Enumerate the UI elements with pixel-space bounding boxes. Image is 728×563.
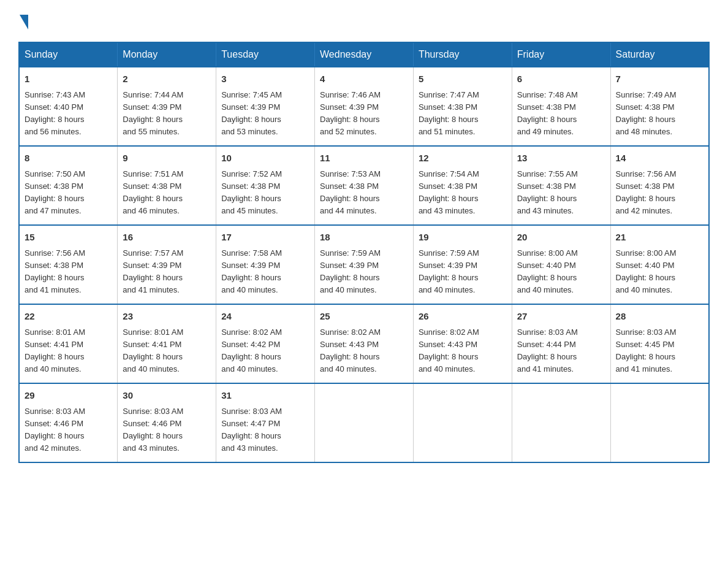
day-number: 31 xyxy=(221,389,309,403)
calendar-cell xyxy=(315,383,414,462)
calendar-cell: 20 Sunrise: 8:00 AMSunset: 4:40 PMDaylig… xyxy=(512,225,610,304)
day-info: Sunrise: 8:02 AMSunset: 4:43 PMDaylight:… xyxy=(320,327,381,373)
day-number: 14 xyxy=(616,151,703,166)
day-info: Sunrise: 7:46 AMSunset: 4:39 PMDaylight:… xyxy=(320,90,381,136)
calendar-cell: 5 Sunrise: 7:47 AMSunset: 4:38 PMDayligh… xyxy=(413,67,512,146)
day-number: 11 xyxy=(320,151,408,166)
calendar-cell: 23 Sunrise: 8:01 AMSunset: 4:41 PMDaylig… xyxy=(118,304,216,383)
day-info: Sunrise: 8:03 AMSunset: 4:44 PMDaylight:… xyxy=(517,327,578,373)
day-number: 19 xyxy=(419,231,507,245)
week-row: 8 Sunrise: 7:50 AMSunset: 4:38 PMDayligh… xyxy=(19,146,709,225)
day-number: 27 xyxy=(517,310,605,324)
day-number: 2 xyxy=(123,72,211,86)
day-info: Sunrise: 7:50 AMSunset: 4:38 PMDaylight:… xyxy=(25,169,85,215)
day-info: Sunrise: 7:43 AMSunset: 4:40 PMDaylight:… xyxy=(25,90,85,136)
day-info: Sunrise: 7:59 AMSunset: 4:39 PMDaylight:… xyxy=(320,248,381,294)
day-of-week-sunday: Sunday xyxy=(19,42,118,67)
day-info: Sunrise: 7:54 AMSunset: 4:38 PMDaylight:… xyxy=(419,169,479,215)
calendar-cell: 1 Sunrise: 7:43 AMSunset: 4:40 PMDayligh… xyxy=(19,67,118,146)
day-info: Sunrise: 7:48 AMSunset: 4:38 PMDaylight:… xyxy=(517,90,578,136)
calendar-table: SundayMondayTuesdayWednesdayThursdayFrid… xyxy=(18,42,710,463)
day-of-week-wednesday: Wednesday xyxy=(315,42,414,67)
day-info: Sunrise: 8:02 AMSunset: 4:43 PMDaylight:… xyxy=(419,327,479,373)
day-info: Sunrise: 8:03 AMSunset: 4:46 PMDaylight:… xyxy=(123,407,183,453)
logo-triangle-icon xyxy=(20,15,28,29)
day-info: Sunrise: 7:49 AMSunset: 4:38 PMDaylight:… xyxy=(616,90,677,136)
calendar-cell: 27 Sunrise: 8:03 AMSunset: 4:44 PMDaylig… xyxy=(512,304,610,383)
calendar-cell: 10 Sunrise: 7:52 AMSunset: 4:38 PMDaylig… xyxy=(216,146,315,225)
week-row: 29 Sunrise: 8:03 AMSunset: 4:46 PMDaylig… xyxy=(19,383,709,462)
day-number: 1 xyxy=(25,72,112,86)
day-info: Sunrise: 7:59 AMSunset: 4:39 PMDaylight:… xyxy=(419,248,479,294)
day-info: Sunrise: 7:56 AMSunset: 4:38 PMDaylight:… xyxy=(616,169,677,215)
calendar-cell: 3 Sunrise: 7:45 AMSunset: 4:39 PMDayligh… xyxy=(216,67,315,146)
day-info: Sunrise: 7:56 AMSunset: 4:38 PMDaylight:… xyxy=(25,248,85,294)
day-number: 29 xyxy=(25,389,112,403)
day-of-week-monday: Monday xyxy=(118,42,216,67)
days-of-week-row: SundayMondayTuesdayWednesdayThursdayFrid… xyxy=(19,42,709,67)
day-number: 24 xyxy=(221,310,309,324)
calendar-cell: 29 Sunrise: 8:03 AMSunset: 4:46 PMDaylig… xyxy=(19,383,118,462)
calendar-cell: 13 Sunrise: 7:55 AMSunset: 4:38 PMDaylig… xyxy=(512,146,610,225)
calendar-cell: 19 Sunrise: 7:59 AMSunset: 4:39 PMDaylig… xyxy=(413,225,512,304)
calendar-cell: 24 Sunrise: 8:02 AMSunset: 4:42 PMDaylig… xyxy=(216,304,315,383)
calendar-cell: 8 Sunrise: 7:50 AMSunset: 4:38 PMDayligh… xyxy=(19,146,118,225)
day-info: Sunrise: 7:57 AMSunset: 4:39 PMDaylight:… xyxy=(123,248,183,294)
day-number: 22 xyxy=(25,310,112,324)
day-number: 4 xyxy=(320,72,408,86)
calendar-cell: 14 Sunrise: 7:56 AMSunset: 4:38 PMDaylig… xyxy=(610,146,709,225)
calendar-cell: 30 Sunrise: 8:03 AMSunset: 4:46 PMDaylig… xyxy=(118,383,216,462)
day-number: 3 xyxy=(221,72,309,86)
day-number: 26 xyxy=(419,310,507,324)
calendar-cell: 26 Sunrise: 8:02 AMSunset: 4:43 PMDaylig… xyxy=(413,304,512,383)
calendar-cell xyxy=(610,383,709,462)
day-of-week-saturday: Saturday xyxy=(610,42,709,67)
week-row: 15 Sunrise: 7:56 AMSunset: 4:38 PMDaylig… xyxy=(19,225,709,304)
day-info: Sunrise: 8:02 AMSunset: 4:42 PMDaylight:… xyxy=(221,327,282,373)
calendar-cell: 4 Sunrise: 7:46 AMSunset: 4:39 PMDayligh… xyxy=(315,67,414,146)
day-number: 21 xyxy=(616,231,703,245)
calendar-cell: 6 Sunrise: 7:48 AMSunset: 4:38 PMDayligh… xyxy=(512,67,610,146)
calendar-cell: 9 Sunrise: 7:51 AMSunset: 4:38 PMDayligh… xyxy=(118,146,216,225)
calendar-cell: 21 Sunrise: 8:00 AMSunset: 4:40 PMDaylig… xyxy=(610,225,709,304)
day-info: Sunrise: 8:03 AMSunset: 4:47 PMDaylight:… xyxy=(221,407,282,453)
day-number: 10 xyxy=(221,151,309,166)
day-info: Sunrise: 8:01 AMSunset: 4:41 PMDaylight:… xyxy=(25,327,85,373)
calendar-cell: 7 Sunrise: 7:49 AMSunset: 4:38 PMDayligh… xyxy=(610,67,709,146)
calendar-cell: 28 Sunrise: 8:03 AMSunset: 4:45 PMDaylig… xyxy=(610,304,709,383)
calendar-cell: 17 Sunrise: 7:58 AMSunset: 4:39 PMDaylig… xyxy=(216,225,315,304)
calendar-cell: 15 Sunrise: 7:56 AMSunset: 4:38 PMDaylig… xyxy=(19,225,118,304)
week-row: 22 Sunrise: 8:01 AMSunset: 4:41 PMDaylig… xyxy=(19,304,709,383)
day-number: 17 xyxy=(221,231,309,245)
page-header xyxy=(18,12,710,29)
day-number: 23 xyxy=(123,310,211,324)
day-of-week-thursday: Thursday xyxy=(413,42,512,67)
calendar-cell: 22 Sunrise: 8:01 AMSunset: 4:41 PMDaylig… xyxy=(19,304,118,383)
calendar-cell: 18 Sunrise: 7:59 AMSunset: 4:39 PMDaylig… xyxy=(315,225,414,304)
day-number: 13 xyxy=(517,151,605,166)
calendar-cell: 11 Sunrise: 7:53 AMSunset: 4:38 PMDaylig… xyxy=(315,146,414,225)
day-number: 25 xyxy=(320,310,408,324)
day-number: 9 xyxy=(123,151,211,166)
day-info: Sunrise: 8:03 AMSunset: 4:45 PMDaylight:… xyxy=(616,327,677,373)
day-number: 28 xyxy=(616,310,703,324)
day-number: 30 xyxy=(123,389,211,403)
day-info: Sunrise: 7:47 AMSunset: 4:38 PMDaylight:… xyxy=(419,90,479,136)
day-number: 16 xyxy=(123,231,211,245)
day-info: Sunrise: 7:44 AMSunset: 4:39 PMDaylight:… xyxy=(123,90,183,136)
day-info: Sunrise: 8:00 AMSunset: 4:40 PMDaylight:… xyxy=(517,248,578,294)
calendar-cell: 16 Sunrise: 7:57 AMSunset: 4:39 PMDaylig… xyxy=(118,225,216,304)
calendar-cell: 31 Sunrise: 8:03 AMSunset: 4:47 PMDaylig… xyxy=(216,383,315,462)
day-number: 5 xyxy=(419,72,507,86)
day-number: 7 xyxy=(616,72,703,86)
day-number: 18 xyxy=(320,231,408,245)
day-info: Sunrise: 7:58 AMSunset: 4:39 PMDaylight:… xyxy=(221,248,282,294)
logo xyxy=(18,12,28,29)
day-info: Sunrise: 8:01 AMSunset: 4:41 PMDaylight:… xyxy=(123,327,183,373)
day-of-week-tuesday: Tuesday xyxy=(216,42,315,67)
calendar-cell xyxy=(512,383,610,462)
day-info: Sunrise: 7:53 AMSunset: 4:38 PMDaylight:… xyxy=(320,169,381,215)
day-number: 12 xyxy=(419,151,507,166)
day-number: 20 xyxy=(517,231,605,245)
day-info: Sunrise: 8:03 AMSunset: 4:46 PMDaylight:… xyxy=(25,407,85,453)
